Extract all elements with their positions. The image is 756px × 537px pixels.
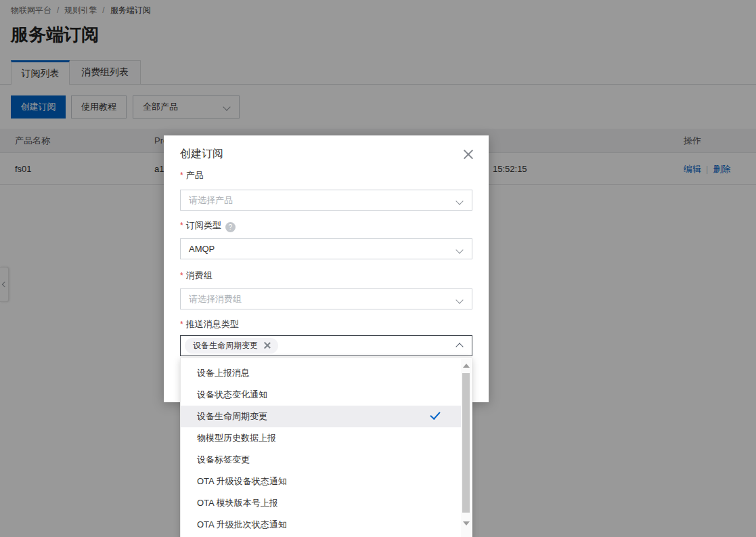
dropdown-option[interactable]: 物模型历史数据上报	[181, 427, 462, 449]
consumer-group-field-label: *消费组	[180, 270, 213, 282]
dropdown-option[interactable]: OTA 升级设备状态通知	[181, 471, 462, 492]
dropdown-option-list: 设备上报消息 设备状态变化通知 设备生命周期变更 物模型历史数据上报 设备标签变…	[181, 362, 473, 536]
tag-remove-icon[interactable]	[263, 341, 271, 349]
subscription-type-select[interactable]: AMQP	[180, 238, 472, 259]
option-label: 设备生命周期变更	[197, 411, 267, 421]
dropdown-option[interactable]: 设备状态变化通知	[181, 384, 462, 406]
help-icon[interactable]: ?	[225, 222, 236, 232]
dropdown-option[interactable]: 设备标签变更	[181, 449, 462, 471]
option-label: 设备标签变更	[197, 454, 250, 465]
product-select[interactable]: 请选择产品	[180, 190, 472, 211]
chevron-down-icon	[455, 246, 463, 253]
required-mark: *	[180, 221, 183, 230]
dropdown-option-selected[interactable]: 设备生命周期变更	[181, 406, 462, 427]
iot-console-page: 物联网平台/规则引擎/服务端订阅 服务端订阅 订阅列表 消费组列表 创建订阅 使…	[0, 0, 756, 537]
close-icon[interactable]	[462, 148, 475, 161]
chevron-down-icon	[455, 197, 463, 205]
option-label: OTA 模块版本号上报	[197, 498, 278, 508]
check-icon	[430, 409, 440, 420]
dropdown-scrollbar[interactable]	[461, 359, 471, 537]
option-label: OTA 升级设备状态通知	[197, 476, 287, 486]
scrollbar-thumb[interactable]	[462, 373, 470, 513]
subscription-type-value: AMQP	[189, 244, 215, 254]
push-message-type-multiselect[interactable]: 设备生命周期变更	[180, 335, 472, 356]
product-label-text: 产品	[186, 170, 204, 180]
scroll-up-icon[interactable]	[463, 364, 470, 368]
consumer-group-select-placeholder: 请选择消费组	[189, 294, 242, 304]
required-mark: *	[180, 320, 183, 329]
selected-tag: 设备生命周期变更	[185, 338, 278, 353]
option-label: OTA 升级批次状态通知	[197, 519, 287, 530]
product-field-label: *产品	[180, 169, 204, 181]
chevron-down-icon	[455, 296, 463, 303]
dropdown-option[interactable]: OTA 模块版本号上报	[181, 492, 462, 514]
scroll-down-icon[interactable]	[463, 521, 470, 525]
chevron-up-icon	[455, 343, 463, 350]
subscription-type-label-text: 订阅类型	[186, 220, 221, 230]
consumer-group-label-text: 消费组	[186, 270, 213, 280]
option-label: 设备状态变化通知	[197, 389, 267, 400]
required-mark: *	[180, 171, 183, 180]
consumer-group-select[interactable]: 请选择消费组	[180, 288, 472, 309]
selected-tag-label: 设备生命周期变更	[193, 341, 258, 350]
dropdown-option[interactable]: OTA 升级批次状态通知	[181, 514, 462, 536]
message-type-dropdown: 设备上报消息 设备状态变化通知 设备生命周期变更 物模型历史数据上报 设备标签变…	[180, 358, 472, 537]
push-message-type-label-text: 推送消息类型	[186, 319, 239, 329]
option-label: 物模型历史数据上报	[197, 433, 276, 443]
subscription-type-field-label: *订阅类型?	[180, 219, 236, 232]
dropdown-option[interactable]: 设备上报消息	[181, 362, 462, 384]
product-select-placeholder: 请选择产品	[189, 195, 233, 205]
modal-title: 创建订阅	[180, 147, 223, 161]
push-message-type-field-label: *推送消息类型	[180, 318, 239, 330]
required-mark: *	[180, 271, 183, 280]
option-label: 设备上报消息	[197, 368, 250, 378]
